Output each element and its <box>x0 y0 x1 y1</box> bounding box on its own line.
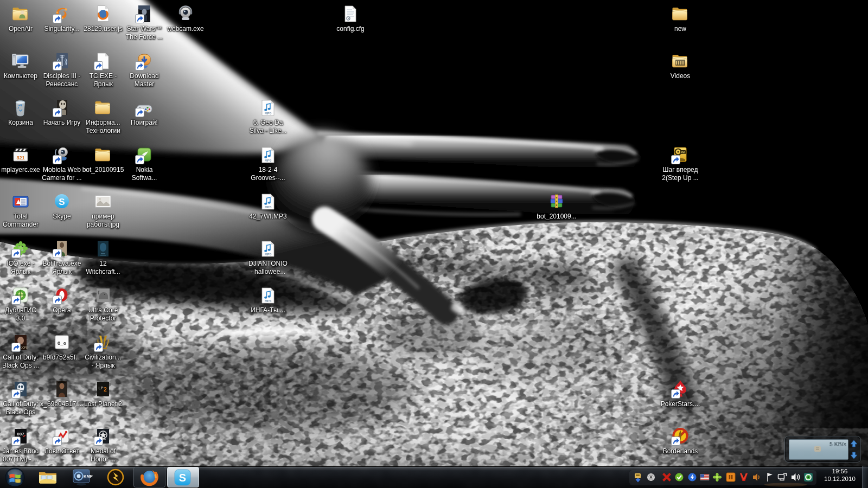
svg-text:LP: LP <box>99 386 104 390</box>
svg-text:AVI: AVI <box>681 151 685 154</box>
svg-text:O_o: O_o <box>58 341 66 346</box>
svg-text:007: 007 <box>17 432 24 436</box>
svg-text:321: 321 <box>16 155 24 160</box>
svg-text:S: S <box>179 472 186 484</box>
svg-text:KMP: KMP <box>84 474 93 479</box>
svg-text:S: S <box>59 197 65 207</box>
svg-text:2: 2 <box>104 387 107 393</box>
